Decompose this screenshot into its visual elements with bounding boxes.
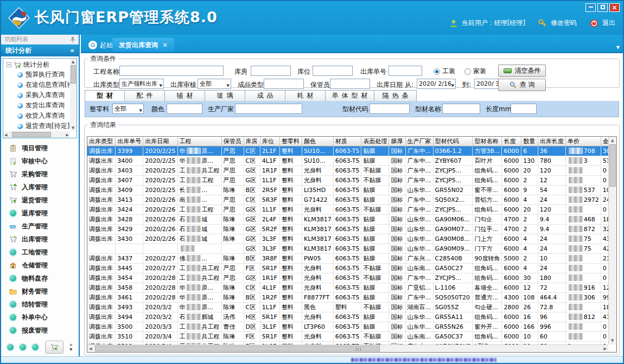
column-header[interactable]: 长度 (502, 137, 521, 146)
sidebar-item-审核中心[interactable]: 审核中心 (1, 155, 79, 168)
column-header[interactable]: 材质 (333, 137, 361, 146)
logout-link[interactable]: 退出 (602, 18, 615, 28)
close-button[interactable]: × (609, 3, 620, 12)
pin-icon[interactable] (70, 36, 75, 43)
column-header[interactable]: 型材代码 (433, 137, 473, 146)
more-modules-button[interactable]: » ▾ (69, 343, 73, 352)
column-header[interactable]: 生产厂家 (405, 137, 433, 146)
tree-scroll-thumb[interactable] (12, 132, 51, 137)
quick-module-icon[interactable] (20, 344, 26, 350)
grid-scroll-thumb[interactable] (609, 144, 616, 187)
sidebar-item-入库管理[interactable]: 入库管理 (1, 181, 79, 194)
column-header[interactable]: 单价 (565, 137, 601, 146)
manufacturer-input[interactable] (235, 104, 302, 114)
sidebar-item-采购管理[interactable]: 采购管理 (1, 168, 79, 181)
tab-close-icon[interactable]: × (162, 41, 168, 49)
location-input[interactable] (313, 66, 353, 76)
column-header[interactable]: 膜厚 (389, 137, 405, 146)
tree-scroll-thumb[interactable] (71, 65, 76, 84)
maximize-button[interactable] (597, 3, 608, 12)
column-header[interactable]: 型材名称 (473, 137, 502, 146)
table-row[interactable]: 调拨出库34372020/2/27佛...陈琳B区3R8F整料PW056063-… (87, 254, 616, 264)
group-header-statistics[interactable]: 统计分析 « (1, 44, 79, 56)
column-header[interactable]: 库房 (244, 137, 260, 146)
table-row[interactable]: 调拨出库34072020/2/25工工程严思G区1L1F整料光身料6063-T5… (87, 176, 616, 186)
tree-item[interactable]: 退货查询[待定] (17, 121, 77, 131)
column-header[interactable]: 出库单号 (116, 137, 143, 146)
sidebar-item-仓储管理[interactable]: 仓储管理 (1, 259, 79, 272)
tree-collapse-icon[interactable]: − (7, 62, 11, 67)
table-row[interactable]: 调拨出库34542020/2/28工共工程严思G区1R1F整料光身料6063-T… (87, 273, 616, 283)
column-header[interactable]: 整零料 (279, 137, 302, 146)
tree-item[interactable]: 发货出库查询 (17, 100, 77, 111)
sidebar-item-出库管理[interactable]: 出库管理 (1, 233, 79, 246)
column-header[interactable]: 库位 (260, 137, 279, 146)
scroll-up-icon[interactable]: ▲ (72, 60, 74, 64)
column-header[interactable]: 出库长度 (538, 137, 565, 146)
scroll-right-icon[interactable]: ▶ (604, 347, 607, 351)
grid-scroll-thumb[interactable] (95, 346, 380, 352)
change-password-link[interactable]: 修改密码 (551, 18, 577, 28)
sidebar-item-报废管理[interactable]: 报废管理 (1, 324, 79, 337)
tree-item[interactable]: 预算执行查询 (17, 69, 77, 80)
sidebar-item-退库管理[interactable]: 退库管理 (1, 207, 79, 220)
length-input[interactable] (511, 104, 537, 114)
scroll-right-icon[interactable]: ▶ (66, 133, 69, 137)
sidebar-item-项目管理[interactable]: 项目管理 (1, 142, 79, 155)
table-row[interactable]: G区3L3F整料KLM38176063-T5贴膜国标山东华...GA90M09.… (87, 244, 616, 254)
tree-item[interactable]: 采购入库查询 (17, 90, 77, 100)
table-row[interactable]: 调拨出库34612020/2/28华原...陈琳B区1R2F整料F8877FT6… (87, 293, 616, 303)
warehouse-input[interactable] (251, 66, 291, 76)
radio-gongzhuang[interactable]: 工装 (434, 67, 455, 76)
date-from-picker[interactable]: 2020/ 2/16 (417, 79, 456, 89)
material-tab-配件[interactable]: 配件 (125, 90, 165, 101)
table-row[interactable]: 调拨出库33992020/2/25华原...严思C区2L1F整料SU10...6… (87, 146, 616, 156)
table-row[interactable]: 调拨出库34282020/2/26石城陈琳G区2L4F整料KLM38176063… (87, 215, 616, 225)
scroll-left-icon[interactable]: ◀ (4, 133, 7, 137)
scroll-left-icon[interactable]: ◀ (89, 347, 92, 351)
material-tab-耗材[interactable]: 耗材 (285, 90, 326, 101)
column-header[interactable]: 出库类型 (87, 137, 116, 146)
tree-root-statistics[interactable]: − 统计分析 (3, 59, 77, 69)
tree-item[interactable]: 收货入库查询 (17, 111, 77, 121)
quick-module-icon[interactable] (7, 344, 14, 350)
grid-horizontal-scrollbar[interactable]: ◀ ▶ (87, 344, 608, 352)
outbound-type-select[interactable]: 生产领料出库 (119, 79, 164, 89)
radio-jiazhuang[interactable]: 家装 (464, 67, 486, 76)
minimize-button[interactable] (585, 3, 596, 12)
table-row[interactable]: 调拨出库34132020/2/26南...严思C区5R3F整料G71422606… (87, 195, 616, 205)
tree-item[interactable]: 在途信息查询[待 (17, 80, 77, 90)
color-input[interactable] (167, 104, 202, 114)
column-header[interactable]: 工程 (177, 137, 221, 146)
material-tab-隔热条[interactable]: 隔热条 (374, 90, 417, 101)
tree-vertical-scrollbar[interactable]: ▲ ▼ (70, 59, 77, 131)
column-header[interactable]: 颜色 (302, 137, 333, 146)
cart-shortcut-button[interactable] (45, 341, 63, 354)
tab-overflow-icon[interactable]: ▼ (616, 45, 620, 50)
material-tab-型材[interactable]: 型材 (85, 90, 125, 101)
table-row[interactable]: 调拨出库34932020/3/2华原...陈琳C区1L1F整料黑色塑料不贴膜国标… (87, 303, 616, 312)
search-button[interactable]: 查 询 (498, 79, 546, 91)
table-row[interactable]: 调拨出库34242020/2/26工工程严思G区1L1F整料光身料6063-T5… (87, 205, 616, 215)
product-type-input[interactable] (264, 79, 304, 89)
table-row[interactable]: 调拨出库35002020/3/3工共工程曹佳D区3L1F整料LT3P606063… (87, 322, 616, 332)
tab-shipping-outbound-query[interactable]: 发货出库查询 × (112, 38, 174, 52)
table-row[interactable]: 调拨出库34582020/2/28华原...陈琳C区4L1F整料光身料6063-… (87, 283, 616, 293)
column-header[interactable]: 保管员 (221, 137, 244, 146)
table-row[interactable]: 调拨出库34452020/2/27工共工程严思F区5R1F整料光身料6063-T… (87, 264, 616, 273)
sidebar-item-退货管理[interactable]: 退货管理 (1, 194, 79, 207)
table-row[interactable]: 调拨出库35102020/3/4工共工程陈琳F区5R1F整料光身料6063-T5… (87, 332, 616, 342)
sidebar-item-财务管理[interactable]: 财务管理 (1, 285, 79, 298)
table-row[interactable]: 调拨出库34942020/3/2石辉城汤伟H区5R1F整料光身料6063-T5贴… (87, 312, 616, 322)
clear-conditions-button[interactable]: 清空条件 (498, 65, 546, 77)
scroll-up-icon[interactable]: ▲ (611, 138, 614, 143)
material-tab-辅材[interactable]: 辅材 (165, 90, 205, 101)
table-row[interactable]: 调拨出库34302020/2/26石城陈琳G区3L3F整料KLM38176063… (87, 234, 616, 244)
quick-module-icon[interactable] (32, 344, 39, 350)
collapse-icon[interactable]: « (70, 44, 74, 56)
table-row[interactable]: 调拨出库34002020/2/25华原...严思C区4L1F整料SU10...6… (87, 156, 616, 166)
sidebar-item-物料盘存[interactable]: 物料盘存 (1, 272, 79, 285)
outbound-audit-select[interactable]: 全部 (198, 79, 231, 89)
material-tab-成品[interactable]: 成品 (245, 90, 285, 101)
column-header[interactable]: 出库日期 (143, 137, 177, 146)
